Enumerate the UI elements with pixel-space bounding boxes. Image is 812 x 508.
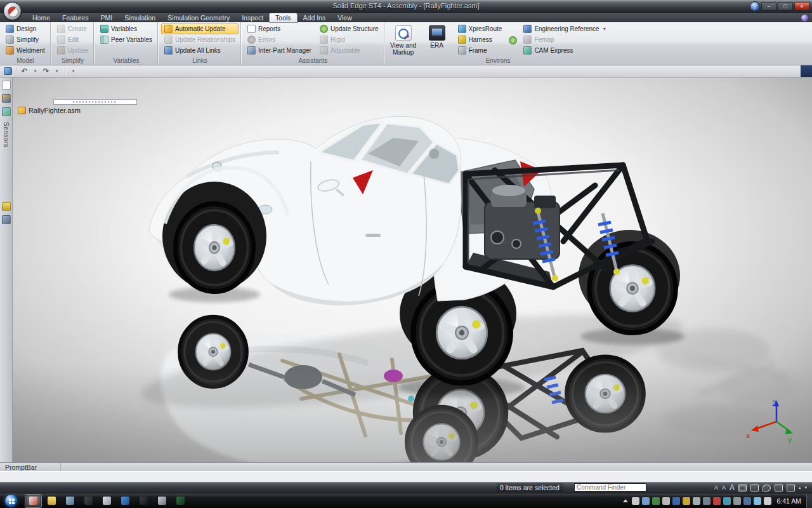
- inter-part-manager-button[interactable]: Inter-Part Manager: [244, 45, 315, 56]
- redo-button[interactable]: ↷: [41, 67, 51, 76]
- decrease-text-icon[interactable]: A: [722, 485, 726, 491]
- era-icon: [429, 25, 445, 41]
- 3d-viewport-scene[interactable]: [13, 77, 812, 462]
- tray-icon[interactable]: [672, 497, 680, 505]
- engineering-reference-button[interactable]: Engineering Reference▾: [520, 23, 608, 34]
- show-desktop-button[interactable]: [806, 493, 812, 508]
- tab-simulation-geometry[interactable]: Simulation Geometry: [162, 13, 235, 22]
- application-button[interactable]: [3, 2, 22, 20]
- taskbar-app-2[interactable]: [62, 495, 78, 507]
- redo-dropdown[interactable]: ▾: [52, 67, 62, 76]
- tray-icon[interactable]: [662, 497, 670, 505]
- taskbar-app-3[interactable]: [81, 495, 96, 507]
- sensors-panel-tab[interactable]: Sensors: [3, 121, 10, 149]
- tray-icon[interactable]: [693, 497, 700, 505]
- tab-tools[interactable]: Tools: [270, 13, 297, 22]
- reports-icon: [247, 25, 256, 33]
- undo-dropdown[interactable]: ▾: [30, 67, 40, 76]
- weldment-button[interactable]: Weldment: [3, 45, 48, 56]
- taskbar-app-4[interactable]: [99, 495, 115, 507]
- tray-icon[interactable]: [713, 497, 721, 505]
- rotate-view-icon[interactable]: [787, 485, 795, 491]
- frame-button[interactable]: Frame: [455, 45, 506, 56]
- create-icon: [57, 25, 65, 33]
- window-title: Solid Edge ST4 - Assembly - [RallyFighte…: [0, 2, 812, 10]
- 3d-viewport[interactable]: RallyFighter.asm Z x y: [13, 77, 812, 462]
- tray-icon[interactable]: [652, 497, 660, 505]
- status-options-up-icon[interactable]: ▴: [799, 485, 801, 490]
- peer-variables-button[interactable]: Peer Variables: [97, 34, 155, 45]
- view-and-markup-icon: [395, 25, 412, 41]
- command-finder[interactable]: [574, 483, 646, 491]
- tray-icon[interactable]: [683, 497, 690, 505]
- panel-dock-strip[interactable]: [801, 65, 812, 77]
- document-node[interactable]: RallyFighter.asm: [18, 107, 81, 114]
- tab-view[interactable]: View: [332, 13, 358, 22]
- zoom-area-icon[interactable]: [750, 485, 759, 491]
- taskbar-app-6[interactable]: [136, 495, 152, 507]
- tray-icon[interactable]: [743, 497, 751, 505]
- maximize-button[interactable]: □: [778, 2, 793, 11]
- family-of-assemblies-icon[interactable]: [2, 94, 11, 103]
- rigid-label: Rigid: [331, 36, 345, 43]
- errors-label: Errors: [258, 36, 275, 43]
- toolbar-separator: [65, 67, 65, 76]
- tab-features[interactable]: Features: [56, 13, 94, 22]
- decrease-text-icon[interactable]: A: [714, 485, 718, 491]
- start-button[interactable]: [4, 494, 18, 507]
- update-all-links-button[interactable]: Update All Links: [161, 45, 239, 56]
- taskbar-clock[interactable]: 6:41 AM: [776, 497, 801, 505]
- taskbar-app-8[interactable]: [173, 495, 188, 507]
- view-and-markup-button[interactable]: View and Markup: [388, 23, 419, 57]
- tab-pmi[interactable]: PMI: [95, 13, 118, 22]
- theme-sphere-icon[interactable]: [801, 15, 808, 22]
- frame-label: Frame: [469, 47, 487, 54]
- command-finder-input[interactable]: [575, 484, 662, 491]
- taskbar-app-solid-edge[interactable]: [25, 495, 41, 507]
- undo-button[interactable]: ↶: [20, 67, 29, 76]
- femap-icon: [523, 36, 532, 44]
- automatic-update-button[interactable]: Automatic Update: [161, 23, 239, 34]
- tray-icon[interactable]: [764, 497, 771, 505]
- reports-button[interactable]: Reports: [244, 23, 315, 34]
- tab-home[interactable]: Home: [27, 13, 56, 22]
- taskbar-app-7[interactable]: [154, 495, 170, 507]
- close-button[interactable]: ×: [794, 2, 809, 11]
- status-options-down-icon[interactable]: ▾: [804, 485, 807, 490]
- minimize-button[interactable]: –: [761, 2, 776, 11]
- tray-icon[interactable]: [733, 497, 741, 505]
- tray-icon[interactable]: [642, 497, 650, 505]
- pathfinder-tab-icon[interactable]: [2, 81, 11, 90]
- selection-tools-icon[interactable]: [2, 215, 11, 224]
- tab-add-ins[interactable]: Add Ins: [298, 13, 332, 22]
- taskbar-app-5[interactable]: [117, 495, 133, 507]
- environs-sync-button[interactable]: [507, 35, 518, 46]
- pan-icon[interactable]: [775, 485, 783, 491]
- era-button[interactable]: ERA: [421, 23, 453, 57]
- update-all-links-icon: [164, 46, 173, 55]
- cam-express-button[interactable]: CAM Express: [520, 45, 608, 56]
- tray-icon[interactable]: [632, 497, 639, 505]
- harness-button[interactable]: Harness: [455, 34, 506, 45]
- help-button[interactable]: ?: [750, 1, 760, 11]
- design-button[interactable]: Design: [3, 23, 48, 34]
- fit-view-icon[interactable]: [738, 485, 747, 491]
- simplify-button[interactable]: Simplify: [3, 34, 48, 45]
- tab-simulation[interactable]: Simulation: [119, 13, 161, 22]
- update-structure-button[interactable]: Update Structure: [317, 23, 382, 34]
- xpresroute-button[interactable]: XpresRoute: [455, 23, 506, 34]
- tray-icon[interactable]: [754, 497, 761, 505]
- pathfinder-collapsed-bar[interactable]: [53, 99, 137, 105]
- tab-inspect[interactable]: Inspect: [236, 13, 269, 22]
- tray-icon[interactable]: [703, 497, 710, 505]
- hidden-icons-arrow[interactable]: [623, 499, 628, 502]
- increase-text-icon[interactable]: A: [730, 485, 735, 491]
- select-tool-button[interactable]: [3, 67, 13, 76]
- layers-panel-icon[interactable]: [2, 202, 11, 211]
- tray-icon[interactable]: [723, 497, 731, 505]
- zoom-icon[interactable]: [763, 485, 771, 491]
- toolbar-options-dropdown[interactable]: ▾: [69, 67, 78, 76]
- parts-library-icon[interactable]: [2, 107, 11, 116]
- taskbar-app-explorer[interactable]: [44, 495, 60, 507]
- variables-button[interactable]: Variables: [97, 23, 155, 34]
